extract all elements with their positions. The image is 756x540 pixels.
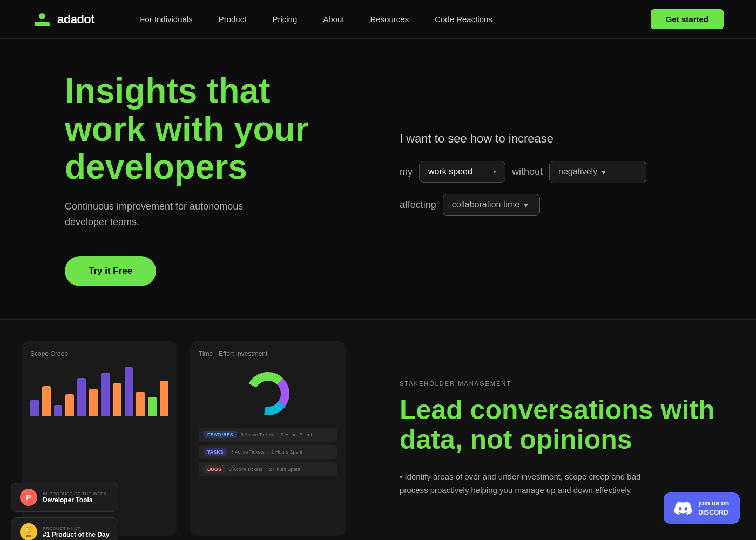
tasks-tag: Tasks — [204, 448, 227, 456]
logo[interactable]: adadot — [32, 10, 94, 29]
badge-week: P #1 PRODUCT OF THE WEEK Developer Tools — [11, 483, 118, 512]
logo-body-shape — [35, 22, 50, 26]
task-list: Features 3 Active Tickets · 9 Hours Spen… — [199, 428, 337, 476]
hero-left: Insights that work with your developers … — [65, 72, 356, 286]
chevron-down-icon-3: ▾ — [524, 200, 528, 210]
features-tag: Features — [204, 431, 237, 438]
badge-day-text: PRODUCT HUNT #1 Product of the Day — [43, 526, 109, 538]
bar-10 — [136, 392, 145, 416]
discord-banner[interactable]: join us on DISCORD — [664, 492, 740, 524]
bar-7 — [101, 373, 110, 416]
features-meta: 3 Active Tickets · 9 Hours Spent — [241, 432, 312, 437]
time-effort-title: Time - Effort Investment — [199, 350, 337, 357]
trophy-icon: 🏆 — [20, 523, 37, 540]
badge-week-value: Developer Tools — [43, 496, 107, 504]
bugs-tag: Bugs — [204, 465, 225, 473]
badge-day: 🏆 PRODUCT HUNT #1 Product of the Day — [11, 517, 118, 540]
discord-text: join us on DISCORD — [698, 499, 729, 517]
bar-5 — [77, 378, 86, 416]
work-speed-value: work speed — [428, 167, 473, 177]
chevron-down-icon: ▾ — [493, 168, 496, 176]
selector-intro: I want to see how to increase — [400, 132, 554, 146]
logo-icon — [32, 10, 52, 29]
bar-8 — [113, 383, 122, 416]
task-item-tasks: Tasks 3 Active Tickets · 2 Hours Spent — [199, 445, 337, 459]
lower-section: Scope Creep Time - E — [0, 320, 756, 540]
nav-link-product[interactable]: Product — [206, 0, 260, 39]
nav-link-code-reactions[interactable]: Code Reactions — [422, 0, 505, 39]
discord-icon — [674, 500, 692, 517]
tasks-meta: 3 Active Tickets · 2 Hours Spent — [231, 449, 302, 455]
bar-11 — [148, 397, 157, 416]
donut-svg — [244, 369, 292, 418]
get-started-button[interactable]: Get started — [651, 9, 724, 29]
svg-point-4 — [257, 383, 279, 404]
chevron-down-icon-2: ▾ — [602, 167, 606, 177]
bar-2 — [42, 386, 51, 416]
nav-link-for-individuals[interactable]: For Individuals — [127, 0, 206, 39]
donut-chart — [199, 364, 337, 423]
task-item-features-header: Features 3 Active Tickets · 9 Hours Spen… — [204, 431, 332, 438]
logo-head-shape — [39, 13, 45, 19]
affecting-label: affecting — [400, 199, 436, 211]
badge-day-value: #1 Product of the Day — [43, 531, 109, 538]
lower-left: Scope Creep Time - E — [0, 320, 367, 540]
bar-4 — [65, 394, 74, 416]
hero-subtitle: Continuous improvement for autonomous de… — [65, 199, 281, 230]
try-it-free-button[interactable]: Try it Free — [65, 256, 156, 286]
my-label: my — [400, 166, 413, 178]
scope-creep-title: Scope Creep — [30, 350, 168, 357]
badge-week-text: #1 PRODUCT OF THE WEEK Developer Tools — [43, 491, 107, 504]
hero-title: Insights that work with your developers — [65, 72, 356, 186]
collaboration-time-dropdown[interactable]: collaboration time ▾ — [443, 194, 540, 216]
bar-1 — [30, 400, 39, 416]
time-effort-chart: Time - Effort Investment Features — [190, 341, 346, 536]
task-item-bugs-header: Bugs 3 Active Tickets · 2 Hours Spent — [204, 465, 332, 473]
badge-day-label: PRODUCT HUNT — [43, 526, 109, 531]
bugs-meta: 3 Active Tickets · 2 Hours Spent — [229, 467, 300, 472]
producthunt-icon: P — [20, 489, 37, 506]
selector-row-2: affecting collaboration time ▾ — [400, 194, 540, 216]
task-item-bugs: Bugs 3 Active Tickets · 2 Hours Spent — [199, 462, 337, 476]
bar-9 — [125, 367, 133, 416]
bar-chart — [30, 364, 168, 418]
nav-link-resources[interactable]: Resources — [357, 0, 422, 39]
negatively-value: negatively — [558, 167, 597, 177]
badges-area: P #1 PRODUCT OF THE WEEK Developer Tools… — [11, 483, 118, 540]
section-desc: • Identify areas of over and under inves… — [400, 470, 659, 497]
bar-3 — [54, 405, 63, 416]
task-item-features: Features 3 Active Tickets · 9 Hours Spen… — [199, 428, 337, 442]
nav-link-pricing[interactable]: Pricing — [259, 0, 310, 39]
work-speed-dropdown[interactable]: work speed ▾ — [419, 161, 505, 183]
nav-link-about[interactable]: About — [310, 0, 357, 39]
collaboration-time-value: collaboration time — [452, 200, 519, 210]
task-item-tasks-header: Tasks 3 Active Tickets · 2 Hours Spent — [204, 448, 332, 456]
nav-links: For Individuals Product Pricing About Re… — [127, 0, 651, 39]
badge-week-label: #1 PRODUCT OF THE WEEK — [43, 491, 107, 496]
hero-right: I want to see how to increase my work sp… — [356, 132, 691, 227]
bar-6 — [89, 389, 98, 416]
hero-section: Insights that work with your developers … — [0, 39, 756, 320]
brand-name: adadot — [57, 12, 94, 26]
discord-line1: join us on — [698, 499, 729, 508]
section-tag: STAKEHOLDER MANAGEMENT — [400, 380, 724, 387]
discord-line2: DISCORD — [698, 508, 729, 517]
section-title: Lead conversations with data, not opinio… — [400, 395, 724, 455]
selector-row-1: my work speed ▾ without negatively ▾ — [400, 161, 646, 183]
navbar: adadot For Individuals Product Pricing A… — [0, 0, 756, 39]
bar-12 — [160, 381, 168, 416]
negatively-dropdown[interactable]: negatively ▾ — [549, 161, 646, 183]
without-label: without — [512, 166, 543, 178]
